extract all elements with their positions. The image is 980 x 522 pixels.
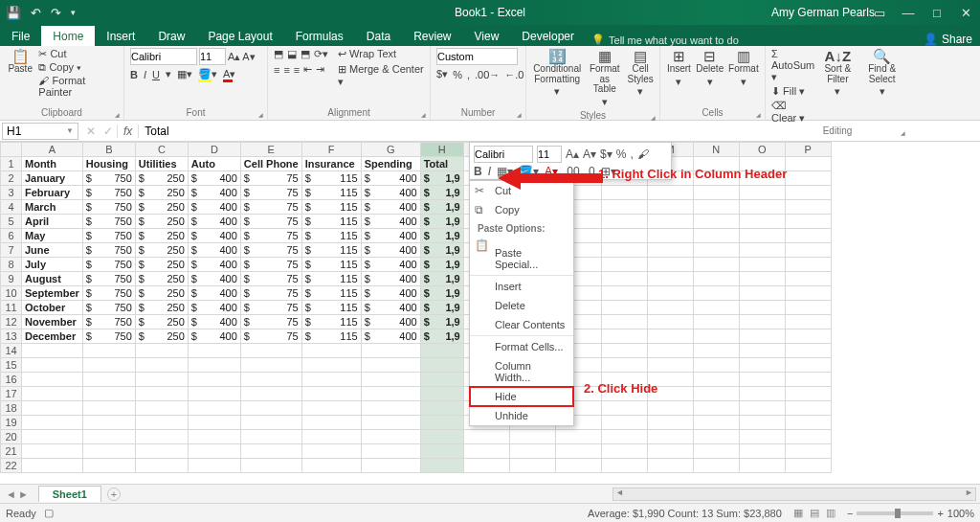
- row-header-8[interactable]: 8: [1, 258, 22, 272]
- cell[interactable]: $ 400: [188, 329, 240, 344]
- cell[interactable]: $ 115: [301, 286, 361, 301]
- cell[interactable]: [601, 344, 647, 358]
- indent-increase-icon[interactable]: ⇥: [316, 63, 324, 76]
- cell[interactable]: $ 400: [361, 200, 420, 215]
- cell[interactable]: [647, 444, 693, 459]
- cell[interactable]: $ 250: [135, 301, 188, 315]
- cell[interactable]: [739, 401, 785, 416]
- total-cell[interactable]: $ 1,9: [420, 301, 463, 315]
- total-cell[interactable]: $ 1,9: [420, 286, 463, 301]
- qat-customize-icon[interactable]: ▾: [71, 8, 76, 17]
- cell[interactable]: [693, 200, 739, 215]
- cell[interactable]: [22, 416, 83, 430]
- cell[interactable]: $ 250: [135, 186, 188, 200]
- zoom-slider[interactable]: [857, 511, 933, 515]
- cell[interactable]: [785, 430, 831, 444]
- decrease-decimal-icon[interactable]: ←.0: [504, 69, 523, 80]
- row-header-15[interactable]: 15: [1, 358, 22, 373]
- cell[interactable]: [647, 459, 693, 473]
- cut-button[interactable]: ✂ Cut: [38, 48, 118, 60]
- wrap-text-button[interactable]: ↩ Wrap Text: [338, 48, 424, 60]
- cell[interactable]: [135, 358, 188, 373]
- total-cell[interactable]: $ 1,9: [420, 229, 463, 243]
- cell[interactable]: [420, 344, 463, 358]
- align-bottom-icon[interactable]: ⬒: [301, 48, 310, 60]
- cell[interactable]: $ 75: [240, 286, 301, 301]
- format-cells-button[interactable]: ▥Format▾: [728, 48, 759, 89]
- cell[interactable]: [135, 416, 188, 430]
- cell[interactable]: [188, 344, 240, 358]
- cell[interactable]: [601, 358, 647, 373]
- comma-button[interactable]: ,: [467, 69, 470, 80]
- cell[interactable]: [82, 373, 135, 387]
- cell[interactable]: [647, 401, 693, 416]
- row-header-14[interactable]: 14: [1, 344, 22, 358]
- cell[interactable]: [601, 229, 647, 243]
- align-top-icon[interactable]: ⬒: [274, 48, 283, 60]
- cell[interactable]: [463, 430, 509, 444]
- cell[interactable]: [22, 344, 83, 358]
- percent-button[interactable]: %: [453, 69, 462, 80]
- header-cell[interactable]: Auto: [188, 157, 240, 171]
- number-format-select[interactable]: [436, 48, 518, 65]
- ribbon-options-icon[interactable]: ▭: [865, 6, 894, 20]
- cell[interactable]: $ 115: [301, 315, 361, 329]
- cell[interactable]: [693, 373, 739, 387]
- cell[interactable]: [601, 200, 647, 215]
- context-copy[interactable]: ⧉Copy: [470, 200, 573, 219]
- cell[interactable]: [739, 416, 785, 430]
- cell[interactable]: [739, 286, 785, 301]
- cell[interactable]: [693, 229, 739, 243]
- mini-decrease-font-icon[interactable]: A▾: [583, 148, 596, 161]
- row-header-17[interactable]: 17: [1, 387, 22, 401]
- cell[interactable]: [647, 272, 693, 286]
- total-cell[interactable]: $ 1,9: [420, 272, 463, 286]
- cell[interactable]: [785, 286, 831, 301]
- close-icon[interactable]: ✕: [951, 6, 980, 20]
- cell[interactable]: [739, 329, 785, 344]
- cell[interactable]: [420, 387, 463, 401]
- sort-filter-button[interactable]: A↓ZSort & Filter▾: [818, 48, 857, 99]
- cell[interactable]: [188, 401, 240, 416]
- cell[interactable]: $ 115: [301, 272, 361, 286]
- cell[interactable]: $ 115: [301, 215, 361, 229]
- cell[interactable]: [420, 430, 463, 444]
- cell[interactable]: $ 250: [135, 329, 188, 344]
- cell[interactable]: [647, 344, 693, 358]
- cell[interactable]: [135, 373, 188, 387]
- view-pagebreak-icon[interactable]: ▥: [826, 507, 835, 518]
- cell[interactable]: $ 750: [82, 301, 135, 315]
- cell[interactable]: [693, 301, 739, 315]
- row-header-18[interactable]: 18: [1, 401, 22, 416]
- cell[interactable]: [601, 272, 647, 286]
- cell[interactable]: [647, 215, 693, 229]
- row-header-7[interactable]: 7: [1, 243, 22, 258]
- redo-icon[interactable]: ↷: [51, 6, 61, 20]
- cell[interactable]: $ 750: [82, 258, 135, 272]
- row-header-10[interactable]: 10: [1, 286, 22, 301]
- context-paste-option[interactable]: 📋: [470, 236, 573, 243]
- cell[interactable]: $ 400: [188, 272, 240, 286]
- cell[interactable]: $ 115: [301, 329, 361, 344]
- cell[interactable]: [785, 315, 831, 329]
- cell[interactable]: $ 400: [361, 315, 420, 329]
- cell[interactable]: [361, 459, 420, 473]
- cell[interactable]: [82, 401, 135, 416]
- decrease-font-icon[interactable]: A▾: [242, 51, 255, 63]
- cell[interactable]: [188, 373, 240, 387]
- month-cell[interactable]: July: [22, 258, 83, 272]
- cell[interactable]: [739, 430, 785, 444]
- cell[interactable]: [420, 373, 463, 387]
- cell[interactable]: $ 250: [135, 171, 188, 186]
- column-header-P[interactable]: P: [785, 143, 831, 157]
- cell[interactable]: [785, 459, 831, 473]
- cell[interactable]: [647, 358, 693, 373]
- cell[interactable]: $ 400: [361, 286, 420, 301]
- cell[interactable]: [785, 243, 831, 258]
- header-cell[interactable]: Cell Phone: [240, 157, 301, 171]
- cell[interactable]: [693, 430, 739, 444]
- row-header-6[interactable]: 6: [1, 229, 22, 243]
- cell[interactable]: $ 75: [240, 243, 301, 258]
- cell[interactable]: [82, 416, 135, 430]
- context-paste-special[interactable]: Paste Special...: [470, 243, 573, 274]
